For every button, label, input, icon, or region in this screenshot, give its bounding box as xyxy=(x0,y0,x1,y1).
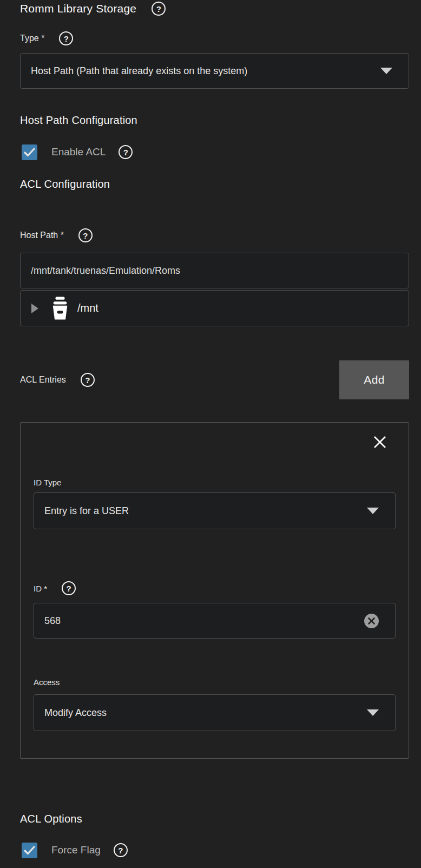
id-label: ID * xyxy=(34,584,47,593)
help-icon[interactable]: ? xyxy=(78,228,93,242)
page-title: Romm Library Storage xyxy=(20,2,136,15)
acl-entry-panel: ID Type Entry is for a USER ID * ? Acces… xyxy=(20,422,409,759)
entry-close-row xyxy=(34,435,396,450)
type-label: Type * xyxy=(20,34,44,43)
acl-options-heading: ACL Options xyxy=(20,813,409,825)
tree-node-mnt[interactable]: /mnt xyxy=(77,302,98,314)
acl-entries-row: ACL Entries ? Add xyxy=(20,360,409,399)
chevron-down-icon xyxy=(380,68,392,74)
host-path-input-wrap xyxy=(20,253,409,288)
help-icon[interactable]: ? xyxy=(59,31,73,45)
enable-acl-row: Enable ACL ? xyxy=(20,144,409,160)
enable-acl-label: Enable ACL xyxy=(51,146,106,158)
help-icon[interactable]: ? xyxy=(114,843,128,857)
id-type-select[interactable]: Entry is for a USER xyxy=(34,492,396,529)
host-path-label: Host Path * xyxy=(20,231,64,240)
help-icon[interactable]: ? xyxy=(119,145,133,159)
enable-acl-checkbox[interactable] xyxy=(22,144,37,160)
clear-icon[interactable] xyxy=(364,614,379,628)
force-flag-row: Force Flag ? xyxy=(20,842,409,858)
force-flag-label: Force Flag xyxy=(51,844,101,856)
help-icon[interactable]: ? xyxy=(62,581,76,595)
type-label-row: Type * ? xyxy=(20,31,409,45)
id-type-select-value: Entry is for a USER xyxy=(44,505,360,517)
access-label: Access xyxy=(34,678,396,687)
clear-x-icon xyxy=(368,617,375,624)
host-path-label-row: Host Path * ? xyxy=(20,228,409,242)
expand-arrow-icon[interactable] xyxy=(31,304,38,313)
access-select[interactable]: Modify Access xyxy=(34,694,396,731)
help-icon[interactable]: ? xyxy=(152,2,166,16)
check-icon xyxy=(24,148,35,157)
id-type-label: ID Type xyxy=(34,478,396,487)
path-tree: /mnt xyxy=(20,290,409,326)
chevron-down-icon xyxy=(367,709,379,716)
dataset-icon xyxy=(50,297,70,320)
access-select-value: Modify Access xyxy=(44,707,360,719)
id-input[interactable] xyxy=(44,603,364,638)
acl-config-heading: ACL Configuration xyxy=(20,178,409,190)
help-icon[interactable]: ? xyxy=(81,373,95,387)
id-input-wrap xyxy=(34,603,396,639)
romm-storage-form: Romm Library Storage ? Type * ? Host Pat… xyxy=(0,0,421,858)
chevron-down-icon xyxy=(367,508,379,514)
type-select-value: Host Path (Path that already exists on t… xyxy=(31,65,374,77)
host-path-input[interactable] xyxy=(31,253,392,288)
add-entry-button[interactable]: Add xyxy=(339,360,409,399)
host-path-config-heading: Host Path Configuration xyxy=(20,114,409,127)
page-title-row: Romm Library Storage ? xyxy=(20,0,409,15)
acl-entries-label: ACL Entries xyxy=(20,375,66,385)
id-label-row: ID * ? xyxy=(34,581,396,595)
close-icon[interactable] xyxy=(372,435,387,450)
force-flag-checkbox[interactable] xyxy=(22,843,37,858)
check-icon xyxy=(24,846,35,855)
type-select[interactable]: Host Path (Path that already exists on t… xyxy=(20,53,409,89)
